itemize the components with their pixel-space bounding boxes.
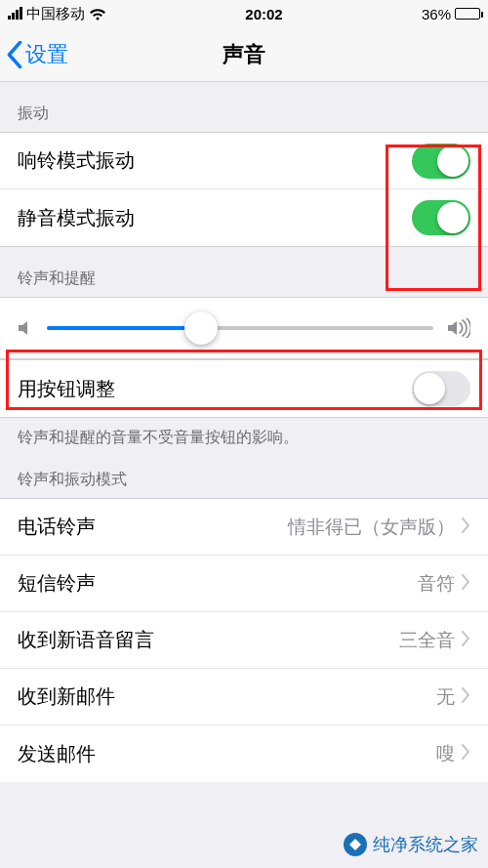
section-footer-ringer: 铃声和提醒的音量不受音量按钮的影响。 (0, 418, 488, 448)
chevron-right-icon (461, 686, 470, 708)
voicemail-label: 收到新语音留言 (18, 627, 154, 653)
voicemail-value: 三全音 (399, 628, 455, 653)
group-patterns: 电话铃声 情非得已（女声版） 短信铃声 音符 收到新语音留言 三全音 收到新邮件… (0, 498, 488, 782)
vibrate-ring-switch[interactable] (412, 144, 470, 179)
cell-new-mail[interactable]: 收到新邮件 无 (0, 669, 488, 725)
vibrate-silent-label: 静音模式振动 (18, 205, 135, 231)
group-vibrate: 响铃模式振动 静音模式振动 (0, 132, 488, 247)
vibrate-silent-switch[interactable] (412, 200, 470, 235)
group-button-adjust: 用按钮调整 (0, 359, 488, 418)
clock-label: 20:02 (245, 6, 282, 22)
text-tone-label: 短信铃声 (18, 570, 96, 597)
slider-thumb[interactable] (184, 311, 218, 345)
navigation-bar: 设置 声音 (0, 27, 488, 82)
ringtone-label: 电话铃声 (18, 514, 96, 540)
vibrate-ring-label: 响铃模式振动 (18, 147, 135, 174)
section-header-vibrate: 振动 (0, 82, 488, 132)
cell-voicemail[interactable]: 收到新语音留言 三全音 (0, 612, 488, 669)
sent-mail-label: 发送邮件 (18, 741, 96, 767)
ringtone-value: 情非得已（女声版） (288, 515, 455, 540)
page-title: 声音 (0, 40, 488, 69)
status-bar: 中国移动 20:02 36% (0, 0, 488, 27)
section-header-ringer: 铃声和提醒 (0, 247, 488, 297)
new-mail-label: 收到新邮件 (18, 683, 115, 710)
cell-vibrate-ring: 响铃模式振动 (0, 133, 488, 189)
cell-vibrate-silent: 静音模式振动 (0, 189, 488, 246)
button-adjust-label: 用按钮调整 (18, 376, 115, 402)
speaker-max-icon (447, 318, 470, 338)
cell-ringtone[interactable]: 电话铃声 情非得已（女声版） (0, 499, 488, 556)
chevron-right-icon (461, 743, 470, 765)
cell-button-adjust: 用按钮调整 (0, 360, 488, 417)
text-tone-value: 音符 (418, 571, 455, 597)
speaker-min-icon (18, 319, 33, 337)
volume-slider[interactable] (47, 326, 433, 330)
battery-icon (455, 8, 480, 20)
chevron-right-icon (461, 573, 470, 595)
chevron-right-icon (461, 630, 470, 651)
carrier-label: 中国移动 (26, 5, 85, 23)
battery-percent-label: 36% (422, 6, 451, 22)
volume-slider-row (0, 297, 488, 359)
new-mail-value: 无 (436, 684, 455, 710)
watermark-text: 纯净系统之家 (373, 833, 478, 856)
cell-text-tone[interactable]: 短信铃声 音符 (0, 556, 488, 612)
sent-mail-value: 嗖 (436, 741, 455, 766)
chevron-right-icon (461, 517, 470, 538)
button-adjust-switch[interactable] (412, 371, 470, 406)
watermark: 纯净系统之家 (344, 833, 478, 856)
watermark-icon (344, 833, 367, 856)
section-header-patterns: 铃声和振动模式 (0, 448, 488, 498)
cell-sent-mail[interactable]: 发送邮件 嗖 (0, 725, 488, 782)
wifi-icon (89, 8, 106, 21)
signal-bars-icon (8, 8, 22, 20)
